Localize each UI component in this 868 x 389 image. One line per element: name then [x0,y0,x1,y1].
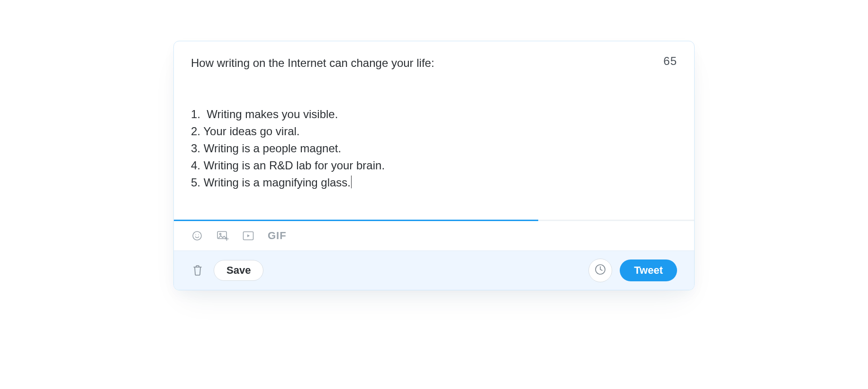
svg-point-0 [193,232,201,240]
tweet-button[interactable]: Tweet [620,259,677,281]
compose-textarea[interactable]: How writing on the Internet can change y… [191,55,677,191]
tweet-composer-card: 65 How writing on the Internet can chang… [173,41,695,290]
left-actions: Save [191,260,263,281]
compose-area[interactable]: 65 How writing on the Internet can chang… [174,41,694,220]
character-counter: 65 [663,55,677,68]
image-upload-icon[interactable] [217,230,229,242]
svg-point-4 [219,233,221,235]
schedule-button[interactable] [588,259,612,282]
trash-icon[interactable] [191,264,204,277]
stage: 65 How writing on the Internet can chang… [0,0,868,389]
clock-icon [594,263,606,278]
video-play-icon[interactable] [242,230,254,242]
text-caret [351,176,352,189]
emoji-icon[interactable] [191,230,203,242]
svg-point-2 [198,234,199,235]
media-toolbar: GIF [174,221,694,250]
action-bar: Save Tweet [174,250,694,290]
progress-fill [174,220,538,221]
progress-track [174,220,694,221]
gif-button[interactable]: GIF [268,230,287,242]
right-actions: Tweet [588,259,677,282]
svg-point-1 [195,234,196,235]
save-button[interactable]: Save [214,260,263,281]
